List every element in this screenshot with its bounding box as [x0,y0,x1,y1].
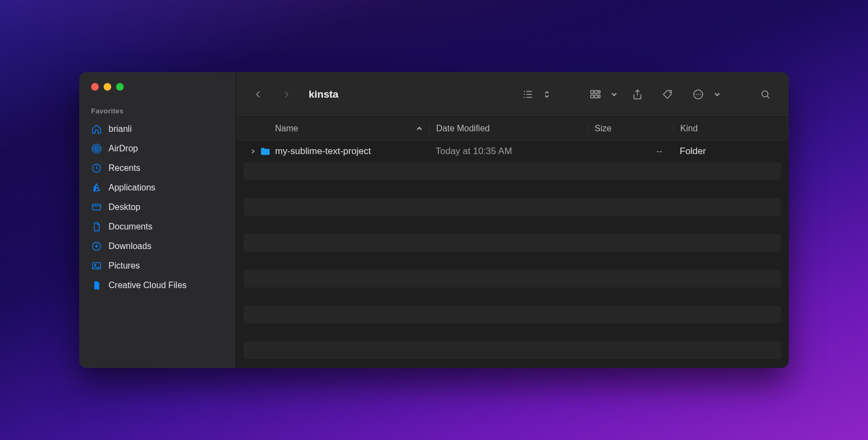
up-down-icon [544,90,550,99]
column-label: Name [275,124,298,133]
sidebar: Favorites brianli AirDrop Recents [79,72,236,368]
sidebar-item-documents[interactable]: Documents [85,217,230,237]
sidebar-item-label: AirDrop [108,144,138,154]
apps-icon [91,182,102,193]
column-name[interactable]: Name [236,124,429,133]
airdrop-icon [91,143,102,154]
sidebar-item-label: Applications [108,183,155,193]
forward-button[interactable] [277,85,296,104]
empty-row [244,323,781,341]
clock-icon [91,163,102,174]
empty-row [244,198,781,216]
sidebar-item-applications[interactable]: Applications [85,178,230,197]
sidebar-favorites-list: brianli AirDrop Recents Applications [79,118,235,296]
svg-rect-12 [595,90,598,93]
empty-row [244,234,781,252]
sidebar-item-creative-cloud[interactable]: Creative Cloud Files [85,276,230,295]
back-button[interactable] [249,85,267,104]
main-pane: kinsta [236,72,789,368]
svg-rect-11 [591,90,594,93]
finder-window: Favorites brianli AirDrop Recents [79,72,789,368]
sidebar-item-label: Recents [108,163,141,173]
svg-point-21 [700,94,701,95]
pictures-icon [91,260,102,271]
desktop-icon [91,202,102,213]
ellipsis-circle-icon [688,86,709,103]
empty-row [244,305,781,323]
sidebar-item-home[interactable]: brianli [85,119,230,139]
creativecloud-icon [91,280,102,291]
svg-rect-14 [591,94,594,98]
svg-point-17 [669,92,671,93]
actions-menu-button[interactable] [688,86,720,103]
column-label: Date Modified [436,124,490,133]
file-row[interactable]: my-sublime-text-project Today at 10:35 A… [244,141,781,162]
svg-rect-16 [598,94,600,98]
column-label: Kind [680,124,698,133]
sidebar-item-airdrop[interactable]: AirDrop [85,139,230,158]
download-icon [91,241,102,252]
svg-point-9 [524,93,525,94]
grid-group-icon [585,86,605,103]
sidebar-item-label: Desktop [108,202,141,212]
group-by-control[interactable] [585,86,617,103]
empty-row [244,341,781,359]
home-icon [91,124,102,135]
column-label: Size [595,124,611,133]
chevron-down-icon [714,91,720,98]
sidebar-item-desktop[interactable]: Desktop [85,197,230,217]
sidebar-item-label: Documents [108,222,152,232]
svg-rect-4 [93,204,101,210]
svg-point-20 [698,94,699,95]
empty-row [244,162,781,180]
toolbar: kinsta [236,72,789,117]
document-icon [91,221,102,232]
svg-rect-15 [595,94,598,98]
sidebar-item-downloads[interactable]: Downloads [85,237,230,256]
chevron-down-icon [611,91,617,98]
column-headers: Name Date Modified Size Kind [236,117,789,141]
empty-row [244,216,781,234]
svg-point-7 [94,264,96,266]
svg-point-0 [95,148,98,150]
list-view-icon [518,86,538,103]
share-button[interactable] [627,86,648,103]
svg-rect-13 [598,90,600,93]
sidebar-item-pictures[interactable]: Pictures [85,256,230,276]
empty-row [244,180,781,198]
window-controls [79,83,235,103]
search-button[interactable] [755,86,776,103]
sidebar-item-recents[interactable]: Recents [85,158,230,178]
folder-title: kinsta [309,88,339,100]
file-name: my-sublime-text-project [275,146,371,157]
empty-row [244,270,781,288]
disclosure-triangle-icon[interactable] [250,149,256,154]
empty-row [244,252,781,270]
folder-icon [260,147,271,156]
file-name-cell: my-sublime-text-project [244,146,429,157]
empty-row [244,288,781,305]
file-kind-cell: Folder [673,146,781,157]
column-kind[interactable]: Kind [673,124,781,133]
svg-point-8 [524,91,525,92]
file-list: my-sublime-text-project Today at 10:35 A… [236,141,789,368]
view-mode-control[interactable] [518,86,550,103]
zoom-window-button[interactable] [116,83,124,91]
svg-point-1 [94,146,100,152]
sidebar-item-label: Creative Cloud Files [108,280,187,290]
column-size[interactable]: Size [588,124,673,133]
svg-point-10 [524,97,525,98]
minimize-window-button[interactable] [104,83,111,91]
file-date-cell: Today at 10:35 AM [429,146,588,157]
close-window-button[interactable] [91,83,99,91]
svg-point-19 [695,94,697,95]
sidebar-section-label: Favorites [79,103,235,118]
sidebar-item-label: Downloads [108,241,151,251]
sort-ascending-icon [416,125,423,132]
file-size-cell: -- [588,146,673,157]
tags-button[interactable] [658,86,678,103]
column-date-modified[interactable]: Date Modified [429,124,588,133]
svg-point-22 [762,91,768,97]
sidebar-item-label: brianli [108,124,132,134]
sidebar-item-label: Pictures [108,261,140,271]
